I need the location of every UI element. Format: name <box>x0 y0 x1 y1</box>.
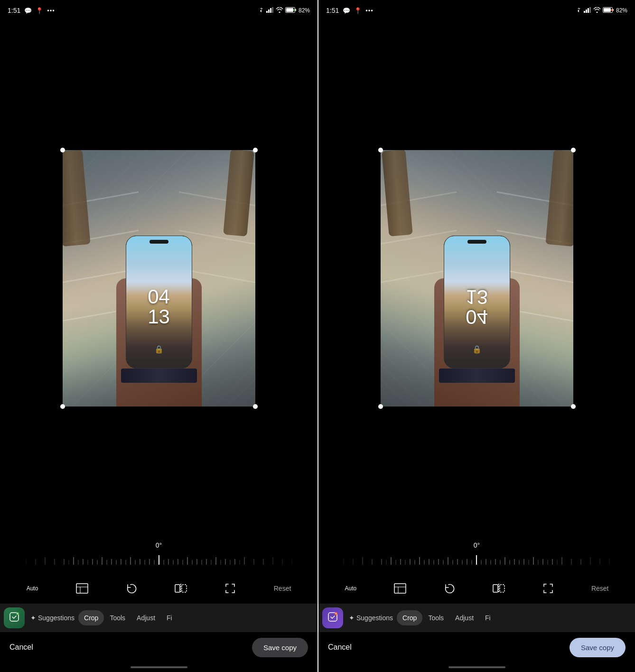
right-aspect-btn[interactable] <box>390 581 410 596</box>
left-crop-image: 04 13 🔒 <box>63 150 255 407</box>
svg-rect-123 <box>493 585 498 592</box>
right-nav-suggestions[interactable]: ✦ Suggestions <box>345 610 397 625</box>
left-save-copy-btn[interactable]: Save copy <box>252 638 308 657</box>
right-sparkle-icon: ✦ <box>349 614 355 622</box>
left-ruler-ticks <box>21 555 297 565</box>
left-cropfree-icon <box>224 583 236 594</box>
left-flip-btn[interactable] <box>171 581 191 596</box>
left-home-bar <box>131 666 187 668</box>
svg-rect-69 <box>604 8 611 12</box>
left-crop-corner-bl[interactable] <box>60 404 65 409</box>
left-crop-corner-tr[interactable] <box>253 148 258 152</box>
right-battery-icon <box>603 7 614 14</box>
right-crop-corner-br[interactable] <box>571 404 576 409</box>
right-save-copy-btn[interactable]: Save copy <box>570 638 626 657</box>
right-cropfree-btn[interactable] <box>539 581 558 596</box>
left-phone-time1: 04 <box>148 287 170 307</box>
right-crop-corner-bl[interactable] <box>378 404 383 409</box>
left-angle-label: 0° <box>156 541 162 549</box>
right-status-right: 82% <box>576 6 627 15</box>
svg-rect-124 <box>500 585 504 592</box>
right-crop-corner-tl[interactable] <box>378 148 383 152</box>
svg-rect-3 <box>272 7 273 13</box>
left-nav-tools[interactable]: Tools <box>104 610 131 625</box>
right-cropfree-icon <box>542 583 554 594</box>
right-fi-label: Fi <box>485 614 491 622</box>
left-crop-corner-tl[interactable] <box>60 148 65 152</box>
left-nav-fi[interactable]: Fi <box>161 610 178 625</box>
right-battery-pct: 82% <box>616 7 627 14</box>
right-suggestions-label: Suggestions <box>356 614 393 622</box>
left-nav-suggestions[interactable]: ✦ Suggestions <box>27 610 78 625</box>
right-angle-label: 0° <box>474 541 480 549</box>
right-reset-btn[interactable]: Reset <box>588 583 613 594</box>
svg-rect-59 <box>175 585 180 592</box>
right-crop-corner-tr[interactable] <box>571 148 576 152</box>
left-ruler[interactable] <box>16 553 301 567</box>
right-cancel-btn[interactable]: Cancel <box>328 643 352 652</box>
right-location-icon: 📍 <box>354 7 362 14</box>
left-crop-corner-br[interactable] <box>253 404 258 409</box>
left-image-area: 04 13 🔒 <box>0 21 318 535</box>
right-crop-container[interactable]: 04 13 🔒 <box>381 150 573 407</box>
right-phone-time2: 13 <box>466 287 488 307</box>
left-phone-panel: 1:51 💬 📍 ••• <box>0 0 318 672</box>
right-app-icon[interactable] <box>322 607 343 628</box>
svg-point-71 <box>611 9 613 11</box>
left-cropfree-btn[interactable] <box>221 581 240 596</box>
svg-point-7 <box>293 9 295 11</box>
right-reset-label: Reset <box>591 585 609 592</box>
right-nav-crop[interactable]: Crop <box>397 610 422 625</box>
right-rotate-btn[interactable] <box>440 581 459 596</box>
right-aspect-icon <box>394 583 406 594</box>
right-wifi-icon <box>593 7 601 14</box>
left-rotate-btn[interactable] <box>122 581 141 596</box>
left-reset-label: Reset <box>274 585 291 592</box>
left-suggestions-label: Suggestions <box>38 614 75 622</box>
svg-rect-67 <box>589 7 591 13</box>
right-nav-fi[interactable]: Fi <box>479 610 496 625</box>
right-ruler[interactable] <box>334 553 619 567</box>
right-nav-tools[interactable]: Tools <box>422 610 449 625</box>
left-status-bar: 1:51 💬 📍 ••• <box>0 0 318 21</box>
svg-rect-65 <box>586 9 587 13</box>
svg-rect-6 <box>295 9 296 11</box>
right-adjust-label: Adjust <box>455 614 474 622</box>
right-hand-phone: 04 13 🔒 <box>425 236 529 407</box>
right-auto-btn[interactable]: Auto <box>341 583 360 594</box>
left-wifi-icon <box>276 7 283 14</box>
right-auto-label: Auto <box>345 585 356 592</box>
right-flip-btn[interactable] <box>489 581 509 596</box>
right-crop-image: 04 13 🔒 <box>381 150 573 407</box>
left-aspect-btn[interactable] <box>72 581 92 596</box>
left-signal-icon <box>266 7 274 14</box>
left-phone-time2: 13 <box>148 307 170 327</box>
svg-rect-2 <box>270 8 271 13</box>
left-auto-btn[interactable]: Auto <box>23 583 42 594</box>
right-whatsapp-icon: 💬 <box>343 7 350 14</box>
left-toolbar: Auto <box>0 573 318 604</box>
left-nav-crop[interactable]: Crop <box>78 610 104 625</box>
right-phone-panel: 1:51 💬 📍 ••• <box>318 0 635 672</box>
left-crop-container[interactable]: 04 13 🔒 <box>63 150 255 407</box>
left-app-icon[interactable] <box>4 607 25 628</box>
left-tools-label: Tools <box>110 614 125 622</box>
right-image-area: 04 13 🔒 <box>318 21 635 535</box>
right-home-indicator <box>318 663 635 672</box>
right-nav-adjust[interactable]: Adjust <box>449 610 479 625</box>
right-bluetooth-icon <box>576 6 582 15</box>
left-fi-label: Fi <box>167 614 172 622</box>
left-cancel-btn[interactable]: Cancel <box>9 643 33 652</box>
left-battery-icon <box>285 7 297 14</box>
svg-rect-0 <box>266 11 268 13</box>
left-reset-btn[interactable]: Reset <box>270 583 295 594</box>
svg-rect-120 <box>394 584 406 593</box>
left-bluetooth-icon <box>259 6 264 15</box>
right-time: 1:51 <box>326 7 339 14</box>
left-action-bar: Cancel Save copy <box>0 632 318 663</box>
left-auto-label: Auto <box>27 585 38 592</box>
right-more-icon: ••• <box>365 7 374 14</box>
left-hand-phone: 04 13 🔒 <box>107 236 211 407</box>
left-battery-pct: 82% <box>299 7 310 14</box>
left-nav-adjust[interactable]: Adjust <box>131 610 161 625</box>
